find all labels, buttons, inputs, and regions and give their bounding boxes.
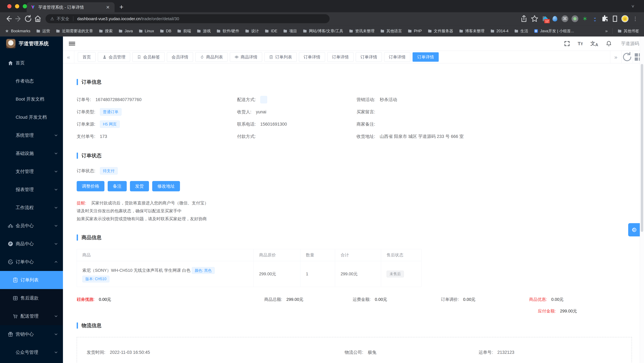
bookmark-item[interactable]: 2014-4 — [490, 29, 508, 33]
extension-reader-icon[interactable] — [611, 15, 619, 23]
view-tab[interactable]: 会员详情 — [167, 52, 193, 62]
bookmark-item[interactable]: Bookmarks — [5, 29, 30, 33]
sidebar-item[interactable]: 订单中心 — [0, 253, 63, 271]
app-logo[interactable]: 芋道管理系统 — [0, 37, 63, 51]
sidebar-item[interactable]: 公众号管理 — [0, 343, 63, 361]
order-info-section-title: 订单信息 — [77, 79, 644, 85]
bookmark-item[interactable]: 生活 — [514, 29, 528, 34]
sidebar-item[interactable]: 报表管理 — [0, 181, 63, 199]
bookmark-item[interactable]: B Java开发 | 小组首... — [534, 29, 574, 34]
extension-chevrons-icon[interactable]: ⌄⌄ — [591, 15, 599, 23]
forward-icon[interactable] — [14, 15, 22, 23]
bookmark-item[interactable]: PHP — [408, 29, 422, 33]
collapse-sidebar-icon[interactable] — [69, 41, 75, 46]
order-action-button[interactable]: 修改地址 — [152, 181, 180, 191]
bookmark-item[interactable]: Java — [118, 29, 133, 33]
sidebar-item[interactable]: 售后退款 — [0, 289, 63, 307]
address-bar[interactable]: ⚠ 不安全 dashboard-vue3.yudao.iocoder.cn/tr… — [46, 14, 330, 23]
bookmark-item[interactable]: 其他语言 — [380, 29, 402, 34]
tab-search-chevron-icon[interactable]: ˅ — [632, 4, 634, 9]
reload-icon[interactable] — [24, 15, 32, 23]
extension-boxes-icon[interactable]: 12 — [541, 15, 549, 23]
bookmark-item[interactable]: DB — [160, 29, 171, 33]
sidebar-item[interactable]: 基础设施 — [0, 144, 63, 162]
tabs-scroll-left-icon[interactable]: « — [63, 51, 74, 63]
view-tab[interactable]: 订单列表 — [264, 52, 297, 62]
security-warning-icon[interactable]: ⚠ — [50, 16, 54, 21]
bookmark-item[interactable]: 游戏 — [197, 29, 211, 34]
back-icon[interactable] — [4, 15, 13, 23]
page-scrollbar[interactable] — [640, 37, 644, 363]
bookmarks-overflow-chevron[interactable]: » — [605, 29, 608, 34]
font-size-icon[interactable]: Tᴛ — [578, 41, 583, 46]
view-tab[interactable]: 商品列表 — [195, 52, 228, 62]
minimize-window-button[interactable] — [15, 4, 19, 9]
order-info-field: 收货地址: 山西省 阳泉市 城区 芋道源码 233 号 666 室 — [356, 130, 644, 143]
cart-icon — [12, 313, 18, 319]
scrollbar-thumb[interactable] — [641, 64, 643, 232]
url-text[interactable]: dashboard-vue3.yudao.iocoder.cn/trade/or… — [77, 16, 179, 21]
bookmark-item[interactable]: 前端 — [177, 29, 191, 34]
extension-green-star-icon[interactable]: ✶ — [581, 15, 589, 23]
sidebar-item[interactable]: 首页 — [0, 54, 63, 72]
tab-close-icon[interactable]: ✕ — [105, 5, 111, 10]
sidebar-item[interactable]: 配送管理 — [0, 307, 63, 325]
home-icon[interactable] — [34, 15, 42, 23]
language-icon[interactable]: 文A — [590, 40, 598, 47]
other-bookmarks-folder[interactable]: 其他书签 — [618, 29, 639, 34]
profile-avatar[interactable]: ☺ — [621, 15, 629, 23]
sidebar-item[interactable]: 营销中心 — [0, 325, 63, 343]
bookmark-item[interactable]: 文件服务器 — [428, 29, 453, 34]
view-tab[interactable]: 首页 — [78, 52, 96, 62]
view-tab[interactable]: 商品详情 — [230, 52, 262, 62]
order-action-button[interactable]: 备注 — [108, 181, 127, 191]
tabs-scroll-right-icon[interactable]: » — [610, 51, 622, 63]
bookmark-item[interactable]: 运营 — [36, 29, 50, 34]
bookmark-item[interactable]: 软件/硬件 — [216, 29, 239, 34]
current-user[interactable]: 芋道源码 — [621, 41, 639, 47]
sidebar-item[interactable]: 作者动态 — [0, 72, 63, 90]
tabs-refresh-icon[interactable] — [622, 51, 633, 63]
order-action-button[interactable]: 调整价格 — [77, 181, 104, 191]
order-action-button[interactable]: 发货 — [130, 181, 149, 191]
sidebar-item[interactable]: Cloud 开发文档 — [0, 108, 63, 126]
view-tab[interactable]: 订单详情 — [384, 52, 410, 62]
sidebar-item[interactable]: 支付管理 — [0, 162, 63, 181]
extensions-puzzle-icon[interactable] — [601, 15, 609, 23]
sidebar-item-label: 工作流程 — [16, 205, 34, 211]
extension-record-icon[interactable] — [571, 15, 579, 23]
view-tab[interactable]: 会员管理 — [98, 52, 130, 62]
settings-gear-button[interactable] — [628, 223, 640, 236]
bookmark-item[interactable]: 搜索 — [99, 29, 113, 34]
extension-command-icon[interactable]: ⌘ — [561, 15, 569, 23]
sidebar-item[interactable]: 订单列表 — [0, 271, 63, 289]
browser-menu-icon[interactable]: ⋮ — [631, 16, 640, 22]
view-tab[interactable]: 会员标签 — [132, 52, 165, 62]
sidebar-item[interactable]: 会员中心 — [0, 217, 63, 235]
bookmark-star-icon[interactable] — [530, 15, 539, 23]
extension-balloon-icon[interactable] — [551, 15, 559, 23]
sidebar-item[interactable]: Boot 开发文档 — [0, 90, 63, 108]
view-tab[interactable]: 订单详情 — [299, 52, 325, 62]
bookmark-item[interactable]: 项目 — [283, 29, 297, 34]
new-tab-button[interactable]: + — [120, 3, 124, 11]
close-window-button[interactable] — [7, 4, 12, 9]
sidebar-item[interactable]: P 商品中心 — [0, 235, 63, 253]
bookmark-item[interactable]: 博客未整理 — [459, 29, 484, 34]
view-tab[interactable]: 订单详情 — [412, 52, 439, 62]
view-tab[interactable]: 订单详情 — [327, 52, 354, 62]
view-tab[interactable]: 订单详情 — [356, 52, 382, 62]
browser-tab[interactable]: 芋道管理系统 - 订单详情 ✕ — [27, 2, 114, 12]
bookmark-item[interactable]: 设计 — [245, 29, 259, 34]
notification-bell-icon[interactable] — [606, 40, 612, 47]
share-icon[interactable] — [520, 15, 528, 23]
fullscreen-icon[interactable] — [564, 40, 570, 47]
bookmark-item[interactable]: IDE — [265, 29, 277, 33]
bookmark-item[interactable]: 资讯未整理 — [349, 29, 374, 34]
bookmark-item[interactable]: Linux — [139, 29, 154, 33]
bookmark-item[interactable]: 近期需要读的文章 — [56, 29, 93, 34]
sidebar-item[interactable]: 工作流程 — [0, 199, 63, 217]
maximize-window-button[interactable] — [23, 4, 27, 9]
sidebar-item[interactable]: 系统管理 — [0, 126, 63, 144]
bookmark-item[interactable]: 网站/博客/文章/工具 — [303, 29, 343, 34]
